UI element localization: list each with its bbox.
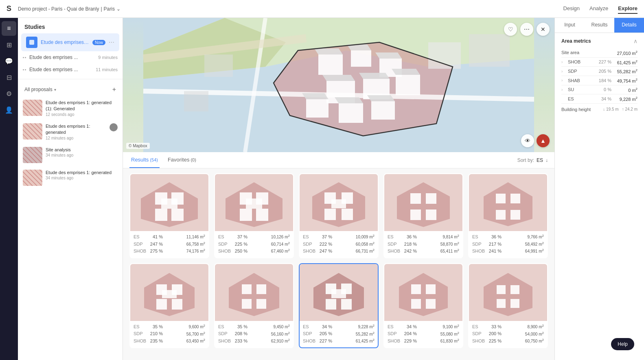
svg-marker-23 (335, 97, 363, 103)
nav-tab-design[interactable]: Design (563, 4, 580, 14)
nav-tab-analyze[interactable]: Analyze (589, 4, 608, 14)
grid-card-1[interactable]: ES37 %10,126 m2 SDP225 %60,714 m2 SHOB25… (214, 173, 294, 258)
grid-card-2[interactable]: ES37 %10,009 m2 SDP222 %60,058 m2 SHOB24… (299, 173, 379, 258)
sort-value[interactable]: ES (537, 157, 543, 163)
proposal-item-0[interactable]: Etude des emprises 1: generated (1): Gen… (18, 96, 123, 120)
su-val: 0 m2 (611, 87, 637, 93)
sidebar-icon-layers[interactable]: ⊟ (2, 70, 16, 85)
svg-rect-43 (256, 209, 268, 221)
app-logo: S (7, 4, 11, 13)
favorite-button[interactable]: ♡ (504, 23, 517, 36)
proposal-time-3: 34 minutes ago (46, 176, 112, 180)
sidebar-icon-user[interactable]: 👤 (2, 103, 16, 117)
sort-direction-icon[interactable]: ↓ (545, 157, 548, 163)
svg-rect-62 (496, 210, 506, 220)
svg-marker-9 (314, 48, 343, 55)
map-svg (123, 18, 554, 152)
card-img-7 (300, 264, 378, 321)
card-stats-7: ES34 %9,228 m2 SDP205 %55,282 m2 SHOB227… (300, 321, 378, 347)
proposal-item-1[interactable]: Etude des emprises 1: generated 12 minut… (18, 120, 123, 144)
building-height-label: Building height (561, 107, 603, 112)
svg-rect-94 (497, 299, 506, 308)
more-icon-active[interactable]: ⋯ (109, 39, 114, 46)
study-dots-1 (23, 57, 26, 58)
more-options-button[interactable]: ⋯ (520, 23, 533, 36)
expand-sdp-icon[interactable]: › (561, 69, 568, 74)
card-stats-3: ES36 %9,814 m2 SDP218 %58,870 m2 SHOB242… (384, 231, 462, 257)
breadcrumb-chevron: ⌄ (116, 6, 120, 12)
svg-rect-88 (411, 299, 421, 309)
tab-results[interactable]: Results (585, 18, 614, 33)
svg-rect-61 (510, 194, 520, 203)
tab-favorites[interactable]: Favorites (0) (166, 152, 198, 168)
grid-card-7[interactable]: ES34 %9,228 m2 SDP205 %55,282 m2 SHOB227… (299, 263, 379, 348)
grid-card-3[interactable]: ES36 %9,814 m2 SDP218 %58,870 m2 SHOB242… (383, 173, 463, 258)
sidebar-icon-comment[interactable]: 💬 (2, 54, 16, 68)
study-name-active: Etude des emprises ... (41, 39, 89, 45)
svg-rect-95 (510, 299, 519, 308)
expand-shob-icon[interactable]: › (561, 60, 568, 64)
sdp-label: SDP (568, 69, 594, 74)
proposal-item-3[interactable]: Etude des emprises 1: generated 34 minut… (18, 166, 123, 189)
user-avatar-1 (110, 123, 118, 131)
svg-rect-55 (426, 193, 436, 204)
left-panel: Studies Etude des emprises ... Now ⋯ Etu… (18, 18, 123, 360)
compass-button[interactable]: ▲ (537, 134, 550, 147)
metrics-title: Area metrics (561, 38, 591, 44)
svg-rect-60 (496, 194, 506, 203)
tab-results[interactable]: Results (54) (129, 152, 160, 168)
study-item-active[interactable]: Etude des emprises ... Now ⋯ (21, 33, 119, 51)
grid-card-5[interactable]: ES35 %9,600 m2 SDP210 %56,700 m2 SHOB235… (129, 263, 209, 348)
card-stats-1: ES37 %10,126 m2 SDP225 %60,714 m2 SHOB25… (215, 231, 293, 257)
es-pct: 34 % (594, 96, 611, 101)
sidebar-icon-grid[interactable]: ⊞ (2, 37, 16, 52)
study-time-1: 9 minutes (98, 55, 118, 60)
nav-tab-explore[interactable]: Explore (618, 4, 637, 14)
grid-card-6[interactable]: ES35 %9,450 m2 SDP208 %56,160 m2 SHOB233… (214, 263, 294, 348)
tab-details[interactable]: Details (614, 18, 644, 33)
favorites-count: (0) (191, 157, 196, 162)
study-item-2[interactable]: Etude des emprises ... 11 minutes (18, 63, 123, 76)
svg-rect-49 (324, 209, 336, 220)
nav-tabs: Design Analyze Explore (563, 4, 637, 14)
svg-rect-44 (246, 199, 262, 209)
proposal-item-2[interactable]: Site analysis 34 minutes ago (18, 144, 123, 166)
svg-rect-68 (156, 299, 167, 310)
shob-pct: 227 % (594, 59, 611, 64)
grid-card-4[interactable]: ES36 %9,766 m2 SDP217 %58,492 m2 SHOB241… (468, 173, 548, 258)
card-img-8 (384, 264, 462, 321)
sort-label: Sort by: (517, 157, 534, 163)
svg-rect-75 (242, 299, 252, 309)
tab-input[interactable]: Input (555, 18, 585, 33)
sidebar-icon-settings[interactable]: ⚙ (2, 86, 16, 101)
add-proposal-button[interactable]: + (112, 86, 116, 93)
eye-button[interactable]: 👁 (521, 134, 534, 147)
results-count: (54) (150, 157, 158, 162)
su-pct: 0 % (594, 87, 611, 92)
svg-rect-93 (510, 285, 519, 294)
metric-row-su: › SU 0 % 0 m2 (561, 85, 637, 95)
metrics-collapse-icon[interactable]: ∧ (633, 38, 637, 44)
svg-rect-70 (162, 290, 177, 298)
expand-su-icon[interactable]: › (561, 87, 568, 92)
sidebar-icon-menu[interactable]: ≡ (2, 21, 16, 36)
close-map-button[interactable]: ✕ (537, 23, 550, 36)
map-container[interactable]: ♡ ⋯ ✕ 👁 ▲ © Mapbox (123, 18, 554, 152)
svg-rect-76 (256, 299, 266, 309)
all-proposals[interactable]: All proposals ▾ + (18, 83, 123, 96)
study-item-1[interactable]: Etude des emprises ... 9 minutes (18, 51, 123, 63)
card-img-9 (469, 264, 547, 321)
grid-card-8[interactable]: ES34 %9,100 m2 SDP204 %55,080 m2 SHOB229… (383, 263, 463, 348)
card-stats-5: ES35 %9,600 m2 SDP210 %56,700 m2 SHOB235… (130, 321, 208, 347)
sdp-pct: 205 % (594, 69, 611, 74)
breadcrumb-project[interactable]: Demo project - Paris - Quai de Branly (18, 6, 99, 12)
grid-card-0[interactable]: ES41 %11,146 m2 SDP247 %66,758 m2 SHOB27… (129, 173, 209, 258)
breadcrumb-location[interactable]: Paris (104, 6, 115, 12)
card-stats-6: ES35 %9,450 m2 SDP208 %56,160 m2 SHOB233… (215, 321, 293, 347)
grid-card-9[interactable]: ES33 %8,900 m2 SDP200 %54,000 m2 SHOB225… (468, 263, 548, 348)
help-button[interactable]: Help (611, 338, 634, 350)
svg-rect-29 (184, 91, 208, 111)
study-dots-2 (23, 69, 26, 70)
study-name-2: Etude des emprises ... (29, 67, 92, 72)
expand-shab-icon[interactable]: › (561, 78, 568, 83)
